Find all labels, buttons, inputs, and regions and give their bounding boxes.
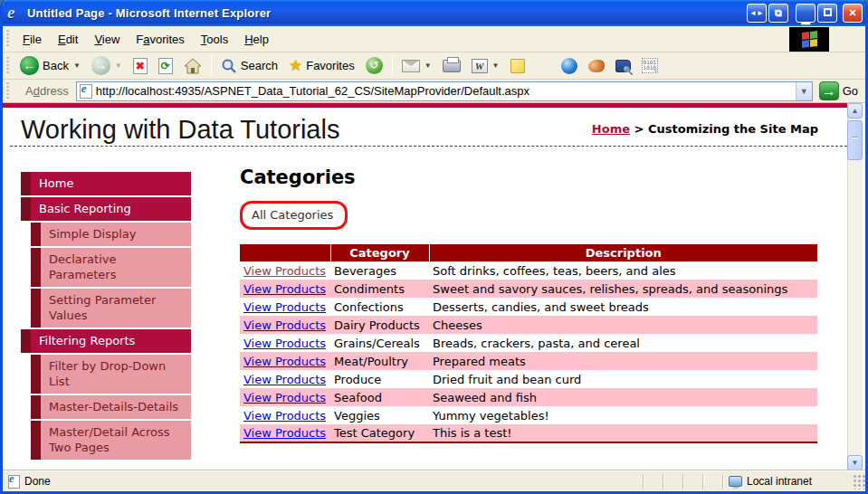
go-button[interactable]: → Go <box>819 81 858 100</box>
accent-bar <box>3 103 847 108</box>
script-debug-icon: 01011010 <box>642 58 658 73</box>
category-cell: Condiments <box>330 280 429 298</box>
view-products-link[interactable]: View Products <box>243 318 326 332</box>
view-products-link[interactable]: View Products <box>243 409 326 423</box>
table-row: View ProductsDairy ProductsCheeses <box>240 316 817 334</box>
edit-dropdown-icon[interactable]: ▼ <box>492 62 500 70</box>
security-zone-pane: Local intranet <box>722 474 851 489</box>
toolbar-grip[interactable] <box>5 82 9 100</box>
sidebar-item-label: Master/Detail Across Two Pages <box>41 421 191 460</box>
status-bar: Done Local intranet <box>3 470 865 491</box>
address-input[interactable]: http://localhost:4935/ASPNET_Data_Tutori… <box>76 81 813 101</box>
category-cell: Seafood <box>330 388 429 406</box>
category-cell: Confections <box>330 298 429 316</box>
table-row: View ProductsCondimentsSweet and savory … <box>240 280 817 298</box>
address-url[interactable]: http://localhost:4935/ASPNET_Data_Tutori… <box>96 84 796 98</box>
sidebar-item-label: Home <box>31 172 191 195</box>
sidebar-indent-strip <box>21 172 31 195</box>
messenger-button[interactable] <box>556 54 583 78</box>
favorites-star-icon: ★ <box>289 56 302 75</box>
sidebar-indent-strip <box>21 329 31 353</box>
view-products-link[interactable]: View Products <box>243 426 326 440</box>
scroll-down-button[interactable]: ▼ <box>847 455 863 470</box>
script-debug-button[interactable]: 01011010 <box>636 54 663 78</box>
sidebar-item-master-details-details[interactable]: Master-Details-Details <box>31 395 191 419</box>
edit-with-word-button[interactable]: W ▼ <box>466 54 505 78</box>
sidebar-indent-strip <box>31 223 41 246</box>
vertical-scrollbar[interactable]: ▲ ▼ <box>847 103 863 470</box>
sidebar-item-setting-parameter-values[interactable]: Setting Parameter Values <box>31 289 191 328</box>
sidebar-indent-strip <box>31 395 41 419</box>
view-products-link[interactable]: View Products <box>243 391 326 404</box>
detach-window-button[interactable]: ⧉ <box>768 4 788 23</box>
pan-arrows-button[interactable]: ◄► <box>747 4 767 23</box>
menu-file[interactable]: File <box>14 29 50 50</box>
print-icon <box>443 60 461 72</box>
research-icon <box>615 60 631 72</box>
local-intranet-icon <box>729 476 742 487</box>
sidebar-item-home[interactable]: Home <box>21 172 191 195</box>
table-header-row: CategoryDescription <box>240 244 817 261</box>
menu-tools[interactable]: Tools <box>193 29 236 50</box>
all-categories-link[interactable]: All Categories <box>240 201 348 230</box>
sidebar-item-declarative-parameters[interactable]: Declarative Parameters <box>31 248 191 287</box>
sidebar-item-filtering-reports[interactable]: Filtering Reports <box>21 329 191 353</box>
menu-favorites[interactable]: Favorites <box>128 29 192 50</box>
view-products-link[interactable]: View Products <box>243 300 326 314</box>
history-button[interactable]: ↺ <box>360 54 388 78</box>
sidebar-item-simple-display[interactable]: Simple Display <box>31 223 191 246</box>
mail-dropdown-icon[interactable]: ▼ <box>424 62 432 70</box>
favorites-button[interactable]: ★ Favorites <box>283 54 360 78</box>
scroll-thumb[interactable] <box>847 120 863 160</box>
menu-edit[interactable]: Edit <box>50 29 86 50</box>
view-products-link[interactable]: View Products <box>243 337 326 350</box>
toolbar-grip[interactable] <box>5 57 9 75</box>
address-label: Address <box>25 84 69 98</box>
address-dropdown-icon[interactable]: ▼ <box>796 82 812 100</box>
breadcrumb-home-link[interactable]: Home <box>592 122 630 136</box>
view-products-link[interactable]: View Products <box>243 264 326 278</box>
sidebar-item-basic-reporting[interactable]: Basic Reporting <box>21 197 191 221</box>
sidebar-indent-strip <box>31 355 41 394</box>
back-label: Back <box>43 59 69 72</box>
addon-button[interactable] <box>583 54 610 78</box>
refresh-button[interactable]: ⟳ <box>153 54 178 78</box>
home-button[interactable] <box>178 54 207 78</box>
menu-view[interactable]: View <box>86 29 128 50</box>
maximize-button[interactable] <box>817 4 837 23</box>
sidebar-item-filter-by-drop-down-list[interactable]: Filter by Drop-Down List <box>31 355 191 394</box>
page-title: Categories <box>240 166 837 188</box>
sidebar-item-master-detail-across-two-pages[interactable]: Master/Detail Across Two Pages <box>31 421 191 460</box>
view-products-link[interactable]: View Products <box>243 355 326 368</box>
history-icon: ↺ <box>366 57 383 74</box>
toolbar-grip[interactable] <box>5 30 9 48</box>
sidebar-item-label: Filtering Reports <box>31 329 191 353</box>
minimize-button[interactable]: ▁ <box>796 4 816 23</box>
view-products-link[interactable]: View Products <box>243 373 326 386</box>
discuss-notes-button[interactable] <box>505 54 530 78</box>
view-products-link[interactable]: View Products <box>243 282 326 296</box>
category-cell: Test Category <box>330 424 429 442</box>
browser-window: e Untitled Page - Microsoft Internet Exp… <box>0 0 868 494</box>
column-header-description: Description <box>429 244 817 261</box>
sidebar-item-label: Filter by Drop-Down List <box>41 355 191 394</box>
back-dropdown-icon[interactable]: ▼ <box>73 62 81 70</box>
forward-button[interactable]: → ▼ <box>86 54 128 78</box>
table-row: View ProductsBeveragesSoft drinks, coffe… <box>240 261 817 280</box>
close-button[interactable]: ✕ <box>843 4 863 23</box>
scroll-up-button[interactable]: ▲ <box>847 103 863 119</box>
page-content: Working with Data Tutorials Home > Custo… <box>3 103 865 470</box>
resize-grip[interactable] <box>853 474 865 489</box>
stop-button[interactable]: ✖ <box>128 54 153 78</box>
back-button[interactable]: ← Back ▼ <box>14 54 86 78</box>
mail-button[interactable]: ▼ <box>396 54 437 78</box>
notes-icon <box>510 59 525 73</box>
search-icon <box>221 58 237 74</box>
search-button[interactable]: Search <box>215 54 283 78</box>
sidebar-indent-strip <box>21 197 31 221</box>
table-row: View ProductsMeat/PoultryPrepared meats <box>240 352 817 370</box>
research-button[interactable] <box>610 54 636 78</box>
status-pane <box>702 474 722 489</box>
print-button[interactable] <box>437 54 466 78</box>
menu-help[interactable]: Help <box>236 29 277 50</box>
